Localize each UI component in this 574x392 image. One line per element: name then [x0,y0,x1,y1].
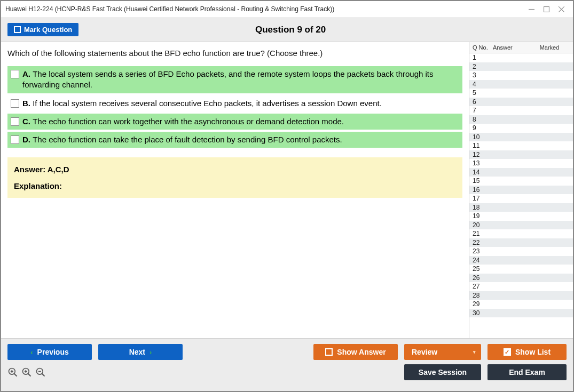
chevron-left-icon: ‹ [30,348,33,356]
list-row[interactable]: 25 [469,265,573,274]
option-checkbox[interactable] [11,117,19,126]
list-row[interactable]: 21 [469,229,573,238]
header-marked: Marked [529,44,570,51]
question-list-panel: Q No. Answer Marked 12345678910111213141… [469,42,573,338]
list-row[interactable]: 17 [469,194,573,203]
option-text: A. The local system sends a series of BF… [22,69,459,91]
list-row[interactable]: 19 [469,212,573,221]
show-answer-button[interactable]: Show Answer [313,344,398,360]
review-label: Review [412,348,437,356]
question-list[interactable]: 1234567891011121314151617181920212223242… [469,53,573,338]
body: Which of the following statements about … [1,42,573,338]
option-row[interactable]: A. The local system sends a series of BF… [7,66,462,93]
zoom-reset-icon[interactable] [7,367,18,378]
answer-line: Answer: A,C,D [14,165,456,174]
close-button[interactable] [554,3,569,15]
maximize-button[interactable] [539,3,554,15]
explanation-label: Explanation: [14,181,456,190]
options-list: A. The local system sends a series of BF… [7,66,462,148]
list-row[interactable]: 1 [469,53,573,62]
caret-down-icon: ▾ [473,349,476,355]
save-session-button[interactable]: Save Session [404,364,481,380]
svg-line-5 [14,374,17,377]
save-session-label: Save Session [419,368,467,377]
list-row[interactable]: 11 [469,141,573,150]
list-row[interactable]: 27 [469,282,573,291]
list-row[interactable]: 24 [469,256,573,265]
option-row[interactable]: D. The echo function can take the place … [7,132,462,148]
review-button[interactable]: Review ▾ [404,344,481,360]
end-exam-label: End Exam [509,368,545,377]
chevron-right-icon: › [150,348,152,356]
app-window: Huawei H12-224 (HCNP-R&S Fast Track (Hua… [0,0,574,392]
svg-rect-1 [544,6,549,12]
list-row[interactable]: 5 [469,89,573,98]
list-row[interactable]: 14 [469,168,573,177]
list-row[interactable]: 6 [469,98,573,107]
header-answer: Answer [493,44,529,51]
previous-button[interactable]: ‹ Previous [7,344,92,360]
show-list-label: Show List [515,348,551,356]
checkbox-icon [325,348,333,356]
list-row[interactable]: 12 [469,150,573,159]
end-exam-button[interactable]: End Exam [487,364,567,380]
list-row[interactable]: 30 [469,309,573,318]
list-row[interactable]: 16 [469,186,573,195]
svg-line-14 [42,374,45,377]
question-counter: Question 9 of 20 [14,25,567,35]
option-checkbox[interactable] [11,70,19,78]
zoom-out-icon[interactable] [35,367,46,378]
header-qno: Q No. [473,44,493,51]
question-text: Which of the following statements about … [7,49,462,58]
list-header: Q No. Answer Marked [469,42,573,53]
svg-line-10 [28,374,31,377]
list-row[interactable]: 7 [469,106,573,115]
option-checkbox[interactable] [11,135,19,144]
option-row[interactable]: B. If the local system receives several … [7,95,462,111]
zoom-controls [7,367,46,378]
minimize-button[interactable] [524,3,539,15]
titlebar: Huawei H12-224 (HCNP-R&S Fast Track (Hua… [1,1,573,18]
window-title: Huawei H12-224 (HCNP-R&S Fast Track (Hua… [5,5,524,13]
footer: ‹ Previous Next › Show Answer Review ▾ ✓… [1,338,573,391]
list-row[interactable]: 18 [469,203,573,212]
option-text: C. The echo function can work together w… [22,116,459,127]
checkbox-checked-icon: ✓ [504,348,511,356]
list-row[interactable]: 3 [469,71,573,80]
zoom-in-icon[interactable] [21,367,32,378]
option-text: B. If the local system receives several … [22,98,459,109]
show-answer-label: Show Answer [337,348,386,356]
next-button[interactable]: Next › [98,344,183,360]
list-row[interactable]: 29 [469,300,573,309]
previous-label: Previous [37,348,69,356]
list-row[interactable]: 20 [469,221,573,230]
option-text: D. The echo function can take the place … [22,134,459,145]
list-row[interactable]: 15 [469,177,573,186]
show-list-button[interactable]: ✓ Show List [487,344,567,360]
question-pane: Which of the following statements about … [1,42,469,338]
option-row[interactable]: C. The echo function can work together w… [7,114,462,130]
list-row[interactable]: 28 [469,291,573,300]
answer-panel: Answer: A,C,D Explanation: [7,157,462,198]
option-checkbox[interactable] [11,99,19,108]
list-row[interactable]: 2 [469,62,573,71]
next-label: Next [129,348,145,356]
svg-point-8 [11,371,13,372]
list-row[interactable]: 9 [469,124,573,133]
list-row[interactable]: 23 [469,247,573,256]
list-row[interactable]: 4 [469,80,573,89]
list-row[interactable]: 22 [469,238,573,247]
list-row[interactable]: 8 [469,115,573,124]
list-row[interactable]: 13 [469,159,573,168]
header-bar: Mark Question Question 9 of 20 [1,18,573,42]
list-row[interactable]: 26 [469,274,573,283]
list-row[interactable]: 10 [469,133,573,142]
